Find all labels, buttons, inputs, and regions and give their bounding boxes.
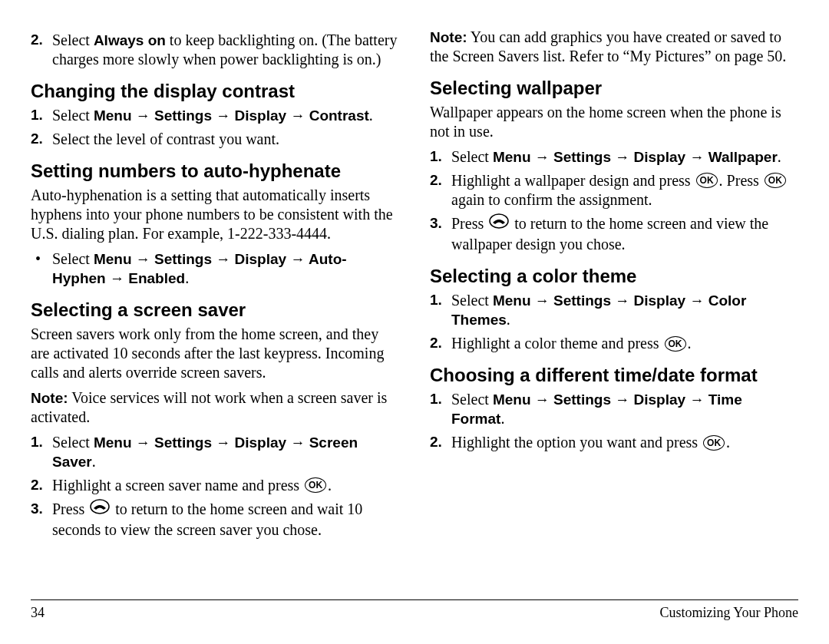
step-number: 2. — [31, 476, 43, 494]
content-columns: 2. Select Always on to keep backlighting… — [31, 28, 798, 583]
step-number: 2. — [430, 171, 442, 190]
note-label: Note: — [31, 390, 68, 406]
heading-wallpaper: Selecting wallpaper — [430, 77, 798, 100]
bold-text: Always on — [94, 32, 166, 48]
note: Note: You can add graphics you have crea… — [430, 28, 798, 66]
step-number: 3. — [430, 214, 442, 233]
step-text: . — [500, 410, 504, 427]
step-text: Select — [52, 107, 94, 124]
step-text: . — [369, 107, 373, 124]
end-call-icon — [90, 499, 110, 519]
step: 1. Select Menu → Settings → Display → Sc… — [31, 433, 399, 471]
step-text: Highlight a screen saver name and press — [52, 477, 303, 494]
step-text: . — [185, 269, 189, 286]
menu-path: Menu → Settings → Display → Auto-Hyphen … — [52, 251, 347, 286]
step-list: 1. Select Menu → Settings → Display → Ti… — [430, 390, 798, 452]
step-text: Select the level of contrast you want. — [52, 130, 279, 147]
step-number: 1. — [31, 106, 43, 124]
ok-icon: OK — [305, 477, 326, 493]
heading-saver: Selecting a screen saver — [31, 299, 399, 322]
step: 2. Highlight the option you want and pre… — [430, 433, 798, 452]
step-text: . — [726, 434, 730, 451]
menu-path: Menu → Settings → Display → Contrast — [94, 107, 369, 124]
ok-icon: OK — [765, 173, 786, 188]
manual-page: 2. Select Always on to keep backlighting… — [0, 0, 829, 644]
step: 1. Select Menu → Settings → Display → Co… — [31, 106, 399, 125]
step-list: 1. Select Menu → Settings → Display → Wa… — [430, 147, 798, 254]
heading-hyphen: Setting numbers to auto-hyphenate — [31, 160, 399, 183]
step-text: Highlight the option you want and press — [451, 434, 702, 451]
heading-contrast: Changing the display contrast — [31, 80, 399, 103]
step-text: . — [507, 311, 510, 328]
step-text: . — [328, 477, 332, 494]
step-text: again to confirm the assignment. — [451, 191, 652, 208]
step: 3. Press to return to the home screen an… — [31, 500, 399, 540]
step-list: 1. Select Menu → Settings → Display → Co… — [430, 291, 798, 353]
note-text: You can add graphics you have created or… — [430, 28, 786, 64]
ok-icon: OK — [696, 173, 718, 188]
step-text: Select — [451, 292, 493, 309]
step-text: . Press — [719, 172, 763, 189]
step-number: 1. — [31, 433, 43, 451]
section-title: Customizing Your Phone — [659, 605, 798, 621]
step: 2. Select the level of contrast you want… — [31, 130, 399, 149]
step-list-top: 2. Select Always on to keep backlighting… — [31, 31, 399, 69]
step: 2. Highlight a wallpaper design and pres… — [430, 171, 798, 210]
step-text: Press — [52, 500, 88, 517]
bullet-list: Select Menu → Settings → Display → Auto-… — [31, 249, 399, 288]
step-text: . — [688, 335, 692, 352]
paragraph: Auto-hyphenation is a setting that autom… — [31, 186, 399, 243]
step: 1. Select Menu → Settings → Display → Co… — [430, 291, 798, 329]
ok-icon: OK — [703, 435, 725, 451]
ok-icon: OK — [665, 336, 686, 352]
step-text: Select — [451, 148, 493, 165]
step-number: 2. — [430, 433, 442, 451]
step-text: . — [778, 148, 781, 165]
step-number: 1. — [430, 291, 442, 309]
step-number: 2. — [31, 130, 43, 148]
heading-timeformat: Choosing a different time/date format — [430, 364, 798, 387]
note-label: Note: — [430, 29, 467, 45]
menu-path: Menu → Settings → Display → Wallpaper — [493, 149, 778, 165]
step-number: 3. — [31, 500, 43, 518]
step: 1. Select Menu → Settings → Display → Wa… — [430, 147, 798, 167]
step-text: Highlight a color theme and press — [451, 335, 663, 352]
note-text: Voice services will not work when a scre… — [31, 389, 387, 425]
menu-path: Menu → Settings → Display → Screen Saver — [52, 434, 358, 470]
menu-path: Menu → Settings → Display → Time Format — [451, 391, 742, 427]
step-number: 2. — [430, 334, 442, 352]
step-text: Select — [52, 250, 94, 267]
step-number: 2. — [31, 31, 43, 49]
step-list: 1. Select Menu → Settings → Display → Sc… — [31, 433, 399, 540]
step-text: Select — [52, 31, 94, 48]
heading-theme: Selecting a color theme — [430, 265, 798, 288]
bullet-item: Select Menu → Settings → Display → Auto-… — [31, 249, 399, 288]
step-text: Select — [52, 434, 94, 451]
step: 2. Select Always on to keep backlighting… — [31, 31, 399, 69]
step: 3. Press to return to the home screen an… — [430, 214, 798, 254]
menu-path: Menu → Settings → Display → Color Themes — [451, 292, 746, 328]
step-number: 1. — [430, 390, 442, 408]
page-number: 34 — [31, 605, 45, 621]
note: Note: Voice services will not work when … — [31, 388, 399, 427]
step-text: . — [92, 453, 96, 470]
step-list: 1. Select Menu → Settings → Display → Co… — [31, 106, 399, 149]
step: 1. Select Menu → Settings → Display → Ti… — [430, 390, 798, 428]
step-text: Select — [451, 391, 493, 408]
step: 2. Highlight a color theme and press OK. — [430, 334, 798, 353]
page-footer: 34 Customizing Your Phone — [31, 599, 798, 621]
step-text: Press — [451, 215, 487, 232]
step-number: 1. — [430, 147, 442, 166]
end-call-icon — [489, 213, 509, 233]
paragraph: Wallpaper appears on the home screen whe… — [430, 103, 798, 141]
step-text: Highlight a wallpaper design and press — [451, 172, 695, 189]
paragraph: Screen savers work only from the home sc… — [31, 325, 399, 382]
step: 2. Highlight a screen saver name and pre… — [31, 476, 399, 495]
